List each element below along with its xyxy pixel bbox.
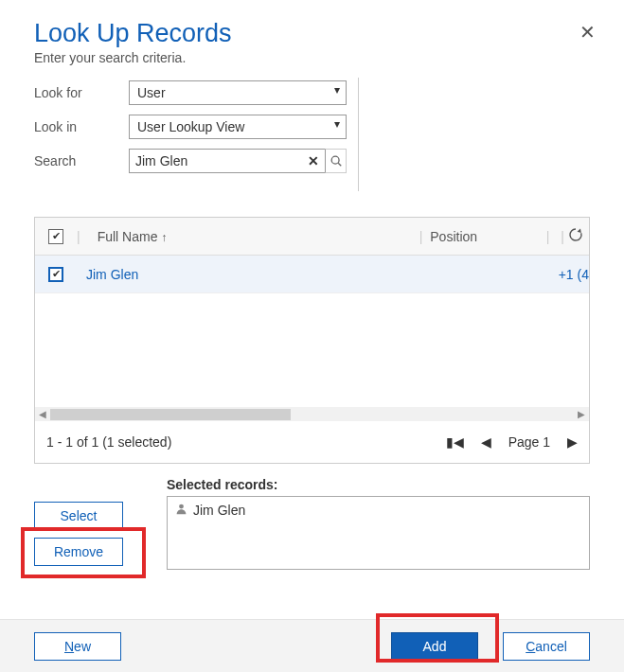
first-page-icon[interactable]: ▮◀: [446, 434, 464, 450]
select-all-checkbox[interactable]: [48, 229, 63, 244]
horizontal-scrollbar[interactable]: ◀ ▶: [35, 407, 589, 421]
grid-status: 1 - 1 of 1 (1 selected): [46, 434, 171, 450]
add-button[interactable]: Add: [391, 632, 478, 661]
select-button[interactable]: Select: [34, 502, 123, 530]
look-in-label: Look in: [34, 119, 129, 134]
selected-records-box[interactable]: Jim Glen: [167, 496, 590, 570]
list-item[interactable]: Jim Glen: [175, 503, 581, 518]
results-grid: | Full Name ↑ | Position | |: [34, 217, 590, 464]
look-for-label: Look for: [34, 85, 129, 100]
svg-line-1: [338, 163, 341, 166]
sort-asc-icon: ↑: [161, 231, 167, 244]
row-phone: +1 (4: [559, 267, 589, 282]
close-icon[interactable]: ✕: [579, 21, 596, 44]
row-name-link[interactable]: Jim Glen: [86, 267, 138, 282]
look-in-dropdown[interactable]: User Lookup View: [129, 115, 347, 139]
page-label: Page 1: [508, 434, 550, 450]
dialog-footer: New Add Cancel: [0, 619, 624, 672]
search-button[interactable]: [325, 149, 347, 173]
user-icon: [175, 503, 187, 518]
look-for-dropdown[interactable]: User: [129, 80, 347, 105]
look-for-value: User: [137, 85, 166, 100]
scroll-left-icon[interactable]: ◀: [35, 409, 50, 419]
new-button[interactable]: New: [34, 632, 121, 661]
page-title: Look Up Records: [34, 19, 590, 48]
clear-search-icon[interactable]: ✕: [305, 153, 321, 168]
search-input[interactable]: [129, 149, 328, 173]
svg-point-2: [179, 504, 184, 509]
divider: [358, 78, 359, 191]
table-row[interactable]: Jim Glen +1 (4: [35, 256, 589, 293]
refresh-icon[interactable]: [568, 227, 583, 245]
selected-item-name: Jim Glen: [193, 503, 245, 518]
scroll-right-icon[interactable]: ▶: [574, 409, 589, 419]
column-position[interactable]: Position: [430, 229, 477, 244]
row-checkbox[interactable]: [48, 267, 63, 282]
svg-point-0: [331, 156, 339, 164]
search-label: Search: [34, 153, 129, 168]
cancel-button[interactable]: Cancel: [503, 632, 590, 661]
look-in-value: User Lookup View: [137, 119, 244, 134]
page-subtitle: Enter your search criteria.: [34, 50, 590, 65]
remove-button[interactable]: Remove: [34, 538, 123, 566]
selected-records-label: Selected records:: [167, 477, 590, 492]
prev-page-icon[interactable]: ◀: [481, 434, 491, 450]
next-page-icon[interactable]: ▶: [567, 434, 578, 450]
column-full-name[interactable]: Full Name: [98, 229, 158, 244]
